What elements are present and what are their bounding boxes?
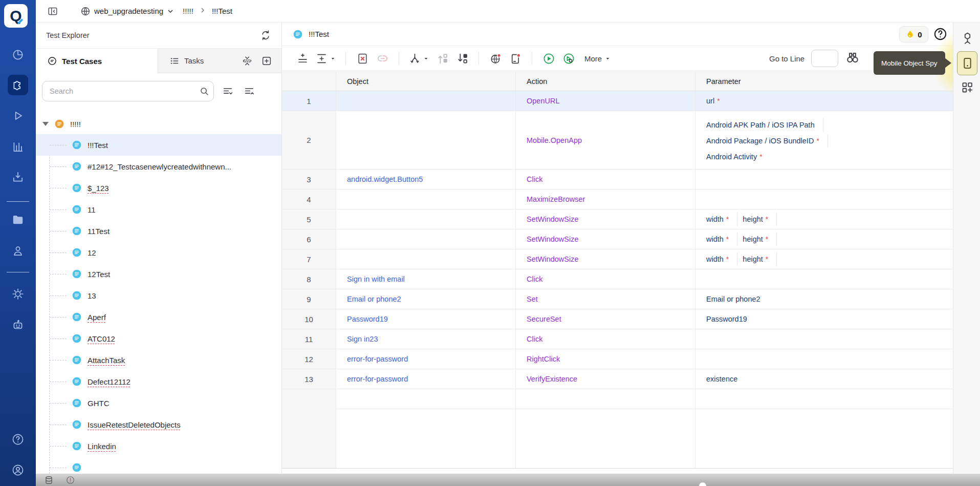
sidebar-item-help[interactable] <box>8 429 28 450</box>
action-cell[interactable]: Click <box>516 329 695 349</box>
action-link[interactable]: VerifyExistence <box>527 375 577 383</box>
object-cell[interactable]: error-for-password <box>336 349 516 369</box>
web-recorder-button[interactable] <box>487 50 504 67</box>
parameter-cell[interactable]: width*height* <box>695 229 953 249</box>
action-cell[interactable]: RightClick <box>516 349 695 369</box>
tab-test-cases[interactable]: Test Cases <box>36 49 158 73</box>
table-row[interactable]: 1OpenURLurl* <box>282 91 953 111</box>
tree-item[interactable]: GHTC <box>36 392 281 414</box>
tree-item[interactable]: 13 <box>36 285 281 306</box>
tree-item[interactable]: $_123 <box>36 177 281 199</box>
sidebar-item-test-design[interactable] <box>8 75 28 95</box>
search-icon[interactable] <box>197 83 212 99</box>
sidebar-item-users[interactable] <box>8 241 28 261</box>
object-cell[interactable]: Password19 <box>336 309 516 329</box>
object-repository-button[interactable] <box>960 31 974 45</box>
object-cell[interactable]: Sign in with email <box>336 269 516 289</box>
database-icon[interactable] <box>43 474 54 485</box>
mobile-recorder-button[interactable] <box>507 50 524 67</box>
action-link[interactable]: Set <box>527 295 538 303</box>
action-cell[interactable]: Set <box>516 289 695 309</box>
parameter-cell[interactable] <box>695 189 953 209</box>
table-row[interactable]: 10Password19SecureSetPassword19 <box>282 309 953 329</box>
action-cell[interactable]: Mobile.OpenApp <box>516 111 695 169</box>
tree-item[interactable]: #12#12_Testcasenewlycreatedwithnewn... <box>36 156 281 177</box>
parameter-field[interactable]: height* <box>743 233 777 245</box>
tree-item[interactable] <box>36 457 281 474</box>
project-switcher[interactable]: web_upgradetesting <box>80 6 175 17</box>
apply-to-branch-button[interactable] <box>407 50 430 67</box>
move-step-up-button[interactable] <box>434 50 450 67</box>
table-row[interactable]: 12error-for-passwordRightClick <box>282 349 953 369</box>
action-link[interactable]: SetWindowSize <box>527 235 579 243</box>
credits-badge[interactable]: 0 <box>899 26 928 43</box>
action-link[interactable]: Mobile.OpenApp <box>527 136 582 144</box>
table-row[interactable]: 9Email or phone2SetEmail or phone2 <box>282 289 953 309</box>
object-link[interactable]: Sign in23 <box>347 335 378 343</box>
sidebar-item-profile[interactable] <box>8 460 28 480</box>
object-cell[interactable]: Email or phone2 <box>336 289 516 309</box>
table-row-empty[interactable] <box>282 389 953 409</box>
add-widget-button[interactable] <box>960 80 974 94</box>
tree-item[interactable]: IssueRetestDeletedObjects <box>36 414 281 435</box>
object-cell[interactable] <box>336 249 516 269</box>
parameter-field[interactable]: Android APK Path / iOS IPA Path <box>706 119 823 131</box>
parameter-cell[interactable]: Password19 <box>695 309 953 329</box>
action-cell[interactable]: SetWindowSize <box>516 209 695 229</box>
parameter-cell[interactable]: width*height* <box>695 209 953 229</box>
parameter-cell[interactable] <box>695 329 953 349</box>
add-test-case-icon[interactable] <box>259 53 274 69</box>
sidebar-item-reports[interactable] <box>8 137 28 157</box>
tree-item[interactable]: 12 <box>36 242 281 263</box>
breadcrumb-testcase[interactable]: !!!Test <box>212 7 232 15</box>
action-cell[interactable]: MaximizeBrowser <box>516 189 695 209</box>
tree-item[interactable]: AttachTask <box>36 349 281 371</box>
object-link[interactable]: Sign in with email <box>347 275 405 283</box>
collapse-all-icon[interactable] <box>242 83 257 99</box>
unlink-step-button[interactable] <box>374 50 390 67</box>
object-cell[interactable]: android.widget.Button5 <box>336 170 516 189</box>
action-link[interactable]: MaximizeBrowser <box>527 195 585 203</box>
parameter-field[interactable]: width* <box>706 253 737 265</box>
action-cell[interactable]: VerifyExistence <box>516 369 695 389</box>
warning-icon[interactable] <box>64 474 76 485</box>
action-cell[interactable]: Click <box>516 170 695 189</box>
sidebar-item-settings[interactable] <box>8 284 28 304</box>
object-link[interactable]: error-for-password <box>347 355 408 363</box>
table-row[interactable]: 3android.widget.Button5Click <box>282 170 953 189</box>
action-cell[interactable]: Click <box>516 269 695 289</box>
object-cell[interactable] <box>336 91 516 111</box>
parameter-cell[interactable]: Android APK Path / iOS IPA PathAndroid P… <box>695 111 953 169</box>
object-link[interactable]: android.widget.Button5 <box>347 175 423 183</box>
table-row[interactable]: 6SetWindowSizewidth*height* <box>282 229 953 249</box>
object-link[interactable]: error-for-password <box>347 375 408 383</box>
object-link[interactable]: Password19 <box>347 315 388 323</box>
delete-step-button[interactable] <box>354 50 371 67</box>
help-icon[interactable] <box>933 27 948 41</box>
parameter-cell[interactable] <box>695 349 953 369</box>
parameter-cell[interactable] <box>695 170 953 189</box>
action-cell[interactable]: SetWindowSize <box>516 249 695 269</box>
run-button[interactable] <box>540 50 557 67</box>
parameter-cell[interactable]: url* <box>695 91 953 111</box>
parameter-cell[interactable]: width*height* <box>695 249 953 269</box>
tree-item[interactable]: Linkedin <box>36 435 281 457</box>
tree-item[interactable]: 12Test <box>36 263 281 285</box>
parameter-field[interactable]: width* <box>706 213 737 225</box>
tab-tasks[interactable]: Tasks <box>158 49 219 73</box>
action-link[interactable]: SetWindowSize <box>527 255 579 263</box>
refresh-icon[interactable] <box>258 28 273 43</box>
parameter-field[interactable]: Android Activity* <box>706 151 763 163</box>
sidebar-item-dashboard[interactable] <box>8 45 28 65</box>
action-cell[interactable]: SecureSet <box>516 309 695 329</box>
tree-item[interactable]: Defect12112 <box>36 371 281 392</box>
table-row[interactable]: 5SetWindowSizewidth*height* <box>282 209 953 229</box>
tree-item[interactable]: 11Test <box>36 220 281 242</box>
mobile-object-spy-button[interactable] <box>957 51 977 75</box>
search-input[interactable] <box>42 81 214 101</box>
tree-item[interactable]: Aperf <box>36 306 281 328</box>
parameter-cell[interactable] <box>695 269 953 289</box>
action-link[interactable]: Click <box>527 275 542 283</box>
table-row[interactable]: 7SetWindowSizewidth*height* <box>282 249 953 269</box>
add-step-below-button[interactable] <box>314 50 337 67</box>
